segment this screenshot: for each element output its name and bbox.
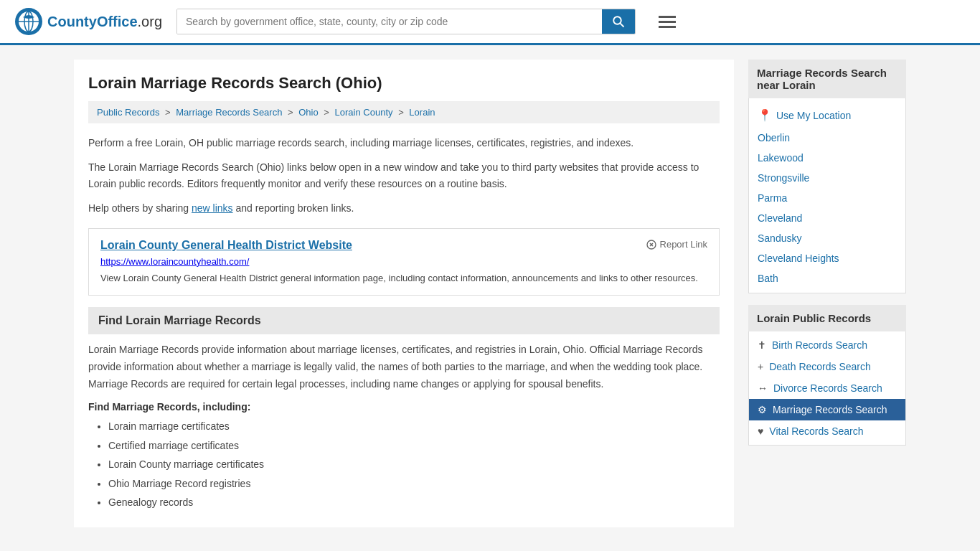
nearby-links-list: OberlinLakewoodStrongsvilleParmaClevelan…	[749, 128, 905, 288]
breadcrumb-sep-1: >	[165, 107, 173, 118]
breadcrumb: Public Records > Marriage Records Search…	[88, 101, 720, 123]
public-record-link[interactable]: Death Records Search	[769, 361, 871, 372]
main-container: Lorain Marriage Records Search (Ohio) Pu…	[60, 45, 920, 542]
search-input[interactable]	[177, 9, 602, 34]
public-record-link[interactable]: Marriage Records Search	[773, 404, 887, 415]
nearby-link-item: Strongsville	[749, 168, 905, 188]
nearby-link-item: Sandusky	[749, 228, 905, 248]
link-card-title[interactable]: Lorain County General Health District We…	[100, 239, 352, 252]
content-area: Lorain Marriage Records Search (Ohio) Pu…	[74, 60, 734, 527]
link-url-anchor[interactable]: https://www.loraincountyhealth.com/	[100, 256, 249, 267]
find-list-item: Lorain County marriage certificates	[108, 456, 720, 472]
breadcrumb-link-marriage-records[interactable]: Marriage Records Search	[176, 107, 282, 118]
report-icon	[646, 239, 657, 250]
search-button[interactable]	[602, 9, 635, 34]
hamburger-line-3	[659, 26, 676, 28]
pub-rec-icon: ♥	[758, 425, 763, 437]
find-list-item: Genealogy records	[108, 494, 720, 510]
logo-text: CountyOffice.org	[47, 14, 162, 30]
breadcrumb-link-public-records[interactable]: Public Records	[97, 107, 159, 118]
public-record-link[interactable]: Birth Records Search	[772, 339, 867, 351]
nearby-link[interactable]: Oberlin	[758, 132, 790, 143]
breadcrumb-sep-2: >	[288, 107, 296, 118]
breadcrumb-sep-4: >	[398, 107, 406, 118]
nearby-link-item: Parma	[749, 188, 905, 208]
search-bar	[176, 9, 636, 34]
hamburger-line-1	[659, 16, 676, 18]
breadcrumb-link-lorain-county[interactable]: Lorain County	[335, 107, 393, 118]
find-section-header: Find Lorain Marriage Records	[88, 307, 720, 334]
page-title: Lorain Marriage Records Search (Ohio)	[88, 74, 720, 93]
use-location-label: Use My Location	[776, 110, 851, 121]
menu-button[interactable]	[656, 10, 679, 34]
nearby-links-block: 📍 Use My Location OberlinLakewoodStrongs…	[748, 98, 906, 293]
report-link-button[interactable]: Report Link	[646, 239, 707, 250]
breadcrumb-link-ohio[interactable]: Ohio	[298, 107, 318, 118]
nearby-link[interactable]: Lakewood	[758, 152, 804, 164]
nearby-link[interactable]: Strongsville	[758, 172, 809, 184]
location-pin-icon: 📍	[758, 108, 772, 122]
public-record-item[interactable]: ♥Vital Records Search	[749, 420, 905, 442]
nearby-link[interactable]: Bath	[758, 273, 778, 284]
public-record-link[interactable]: Divorce Records Search	[773, 382, 882, 394]
nearby-link[interactable]: Cleveland	[758, 212, 802, 224]
breadcrumb-link-lorain[interactable]: Lorain	[409, 107, 435, 118]
nearby-link-item: Cleveland	[749, 208, 905, 228]
report-link-label: Report Link	[660, 239, 707, 250]
search-icon	[612, 15, 625, 28]
nearby-link-item: Bath	[749, 268, 905, 288]
description-1: Perform a free Lorain, OH public marriag…	[88, 135, 720, 151]
pub-rec-icon: ↔	[758, 382, 768, 394]
public-records-title: Lorain Public Records	[748, 305, 906, 331]
find-list-item: Certified marriage certificates	[108, 438, 720, 453]
logo-icon	[14, 7, 43, 36]
public-record-item[interactable]: ↔Divorce Records Search	[749, 377, 905, 399]
nearby-link[interactable]: Cleveland Heights	[758, 253, 839, 264]
nearby-link-item: Oberlin	[749, 128, 905, 148]
find-list-item: Lorain marriage certificates	[108, 418, 720, 434]
nearby-link-item: Lakewood	[749, 148, 905, 168]
breadcrumb-sep-3: >	[324, 107, 331, 118]
find-subheader: Find Marriage Records, including:	[88, 401, 720, 413]
nearby-link-item: Cleveland Heights	[749, 248, 905, 268]
nearby-link[interactable]: Parma	[758, 192, 787, 204]
hamburger-line-2	[659, 21, 676, 23]
svg-point-5	[613, 17, 621, 24]
svg-line-6	[621, 24, 624, 27]
link-card-header: Lorain County General Health District We…	[100, 239, 707, 252]
sidebar: Marriage Records Search near Lorain 📍 Us…	[748, 60, 906, 527]
pub-rec-icon: ⚙	[758, 404, 767, 415]
new-links-link[interactable]: new links	[192, 202, 233, 214]
public-record-link[interactable]: Vital Records Search	[769, 425, 863, 437]
pub-rec-icon: +	[758, 361, 763, 372]
link-description: View Lorain County General Health Distri…	[100, 271, 707, 286]
public-record-item[interactable]: ⚙Marriage Records Search	[749, 399, 905, 420]
nearby-title: Marriage Records Search near Lorain	[748, 60, 906, 98]
link-url[interactable]: https://www.loraincountyhealth.com/	[100, 256, 707, 267]
pub-rec-icon: ✝	[758, 339, 766, 351]
logo-area: CountyOffice.org	[14, 7, 162, 36]
find-section-body: Lorain Marriage Records provide informat…	[88, 342, 720, 392]
public-record-item[interactable]: +Death Records Search	[749, 356, 905, 377]
find-list-item: Ohio Marriage Record registries	[108, 476, 720, 491]
link-card: Lorain County General Health District We…	[88, 228, 720, 296]
header: CountyOffice.org	[0, 0, 980, 45]
public-record-item[interactable]: ✝Birth Records Search	[749, 334, 905, 356]
use-location-button[interactable]: 📍 Use My Location	[749, 103, 905, 128]
public-records-block: ✝Birth Records Search+Death Records Sear…	[748, 331, 906, 446]
description-2: The Lorain Marriage Records Search (Ohio…	[88, 159, 720, 192]
nearby-link[interactable]: Sandusky	[758, 232, 801, 244]
find-list: Lorain marriage certificatesCertified ma…	[88, 418, 720, 510]
help-text: Help others by sharing new links and rep…	[88, 200, 720, 216]
